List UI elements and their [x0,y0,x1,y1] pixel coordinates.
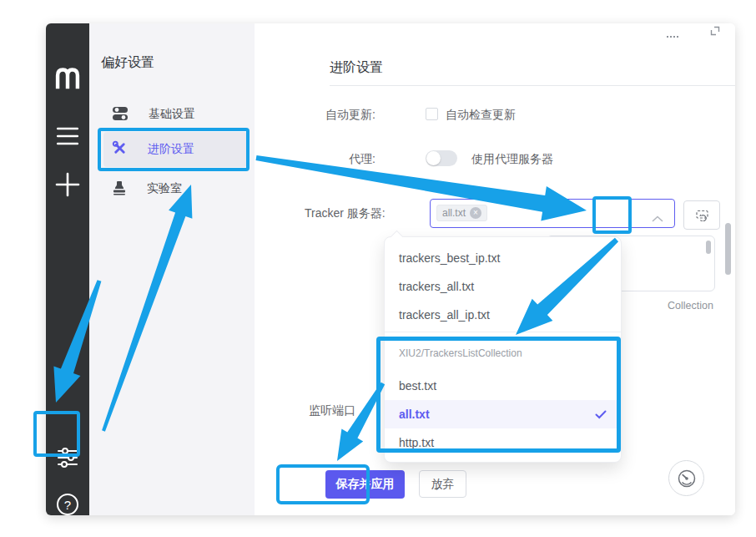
minimize-icon [667,36,678,38]
dropdown-group-label: XIU2/TrackersListCollection [385,335,621,372]
help-glyph: ? [57,494,78,515]
toggles-icon [112,106,129,124]
auto-update-checkbox[interactable] [426,108,438,120]
stamp-icon [112,180,127,198]
motrix-logo-icon [46,67,89,89]
dropdown-item[interactable]: trackers_best_ip.txt [385,244,621,272]
proxy-toggle[interactable] [426,150,457,166]
tag-label: all.txt [442,207,466,219]
dropdown-item-selected[interactable]: all.txt [385,400,621,428]
minimize-button[interactable] [667,30,680,43]
preferences-panel: 偏好设置 基础设置 进阶设置 实验室 [89,23,255,515]
add-task-icon[interactable] [46,172,89,197]
save-apply-button[interactable]: 保存并应用 [325,470,405,499]
tag-remove-icon[interactable]: × [470,207,481,219]
sync-tracker-button[interactable] [683,200,720,230]
sidebar-item-advanced-settings[interactable]: 进阶设置 [103,132,247,167]
sidebar-item-label: 基础设置 [149,107,195,122]
sidebar-item-label: 实验室 [147,181,182,196]
speedometer-icon [676,468,698,489]
auto-update-label: 自动更新: [305,108,375,123]
maximize-icon [709,25,721,37]
sidebar-item-label: 进阶设置 [148,142,194,157]
sync-icon [695,209,709,221]
checkmark-icon [595,410,607,419]
selected-tag: all.txt × [436,205,487,221]
tracker-server-label: Tracker 服务器: [305,206,421,221]
dropdown-item[interactable]: trackers_all.txt [385,272,621,301]
help-icon[interactable]: ? [46,494,89,515]
settings-sliders-icon[interactable] [46,447,89,469]
speed-limit-button[interactable] [668,460,704,496]
auto-update-checkbox-label: 自动检查更新 [446,108,516,123]
proxy-toggle-label: 使用代理服务器 [471,152,553,167]
tracker-source-link-fragment[interactable]: Collection [668,300,713,312]
title-divider [330,85,735,86]
main-scrollbar[interactable] [725,223,731,275]
listen-port-label: 监听端口 [309,403,355,418]
toggle-knob [426,151,441,165]
sidebar-item-basic-settings[interactable]: 基础设置 [103,97,247,132]
screenshot-stage: ? 偏好设置 基础设置 进阶设置 实验室 [0,0,756,537]
dropdown-item-label: all.txt [399,408,430,421]
page-title: 进阶设置 [330,59,383,77]
dropdown-divider [385,332,621,332]
discard-button[interactable]: 放弃 [419,470,466,498]
dropdown-item[interactable]: http.txt [385,428,621,457]
tracker-dropdown: trackers_best_ip.txt trackers_all.txt tr… [384,236,622,463]
proxy-label: 代理: [305,152,375,167]
sidebar-item-lab[interactable]: 实验室 [103,171,247,206]
dropdown-item[interactable]: trackers_all_ip.txt [385,301,621,329]
tracker-server-select[interactable]: all.txt × [430,199,675,228]
chevron-up-icon[interactable] [652,210,663,225]
textarea-scrollbar[interactable] [706,241,711,254]
maximize-button[interactable] [709,25,721,40]
dropdown-item[interactable]: best.txt [385,372,621,400]
task-list-icon[interactable] [46,127,89,145]
tools-icon [112,140,128,159]
preferences-title: 偏好设置 [101,54,154,72]
app-sidebar: ? [46,23,89,515]
